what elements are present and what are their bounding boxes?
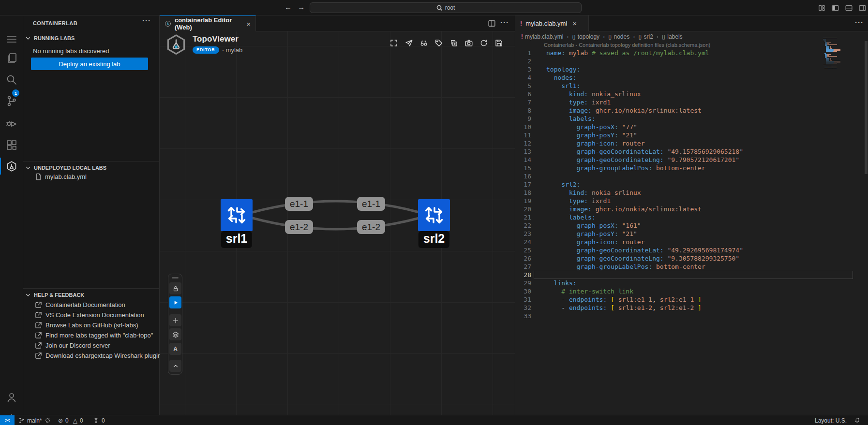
screenshot-camera-icon[interactable] xyxy=(464,38,474,48)
sidebar-more-actions[interactable]: ··· xyxy=(142,16,151,25)
code-line[interactable]: 3topology: xyxy=(515,65,862,73)
code-line[interactable]: 1name: mylab # saved as /root/mylab.clab… xyxy=(515,49,862,57)
save-icon[interactable] xyxy=(494,38,504,48)
tab-mylab-yml[interactable]: ! mylab.clab.yml × xyxy=(515,15,589,31)
close-icon[interactable]: × xyxy=(246,20,251,28)
tab-containerlab-editor[interactable]: containerlab Editor (Web) × xyxy=(160,15,256,31)
code-line[interactable]: 21 labels: xyxy=(515,213,862,221)
drag-handle[interactable] xyxy=(172,277,179,278)
toggle-primary-sidebar-icon[interactable] xyxy=(831,4,839,12)
code-line[interactable]: 30 # inter-switch link xyxy=(515,287,862,295)
source-control-icon[interactable] xyxy=(6,95,17,107)
code-line[interactable]: 7 type: ixrd1 xyxy=(515,98,862,106)
code-line[interactable]: 16 xyxy=(515,172,862,180)
link-endpoint-label[interactable]: e1-1 xyxy=(285,197,313,211)
lock-icon[interactable] xyxy=(169,282,181,294)
clone-add-icon[interactable] xyxy=(449,38,459,48)
command-center-search[interactable]: root xyxy=(310,2,582,13)
fit-view-icon[interactable] xyxy=(389,38,399,48)
link-endpoint-label[interactable]: e1-2 xyxy=(285,220,313,234)
topology-node-srl2[interactable] xyxy=(418,199,450,231)
topology-node-srl1[interactable] xyxy=(221,199,253,231)
code-line[interactable]: 31 - endpoints: [ srl1:e1-1, srl2:e1-1 ] xyxy=(515,295,862,304)
code-line[interactable]: 28 xyxy=(515,271,862,279)
code-line[interactable]: 29 links: xyxy=(515,279,862,287)
help-link[interactable]: Join our Discord server xyxy=(23,340,160,351)
code-line[interactable]: 15 graph-groupLabelPos: bottom-center xyxy=(515,164,862,172)
help-link[interactable]: Find more labs tagged with "clab-topo" xyxy=(23,330,160,340)
code-line[interactable]: 18 kind: nokia_srlinux xyxy=(515,189,862,197)
ports-status[interactable]: 0 xyxy=(93,415,105,425)
split-editor-icon[interactable] xyxy=(488,19,496,28)
toggle-secondary-sidebar-icon[interactable] xyxy=(858,4,867,12)
code-line[interactable]: 9 labels: xyxy=(515,115,862,123)
link-endpoint-label[interactable]: e1-2 xyxy=(357,220,385,234)
text-label-icon[interactable]: A xyxy=(169,343,181,355)
code-line[interactable]: 14 graph-geoCoordinateLng: "9.7905721206… xyxy=(515,156,862,164)
code-line[interactable]: 19 type: ixrd1 xyxy=(515,197,862,205)
editor-more-actions[interactable]: ··· xyxy=(500,18,509,27)
code-line[interactable]: 12 graph-icon: router xyxy=(515,139,862,147)
explorer-icon[interactable] xyxy=(6,52,17,64)
code-line[interactable]: 24 graph-icon: router xyxy=(515,238,862,246)
code-line[interactable]: 6 kind: nokia_srlinux xyxy=(515,90,862,98)
code-line[interactable]: 23 graph-posY: "21" xyxy=(515,230,862,238)
navigate-icon[interactable] xyxy=(404,38,414,48)
undeployed-lab-item[interactable]: mylab.clab.yml xyxy=(23,171,160,182)
remote-indicator[interactable]: >< xyxy=(0,415,15,425)
breadcrumb-item[interactable]: {}labels xyxy=(662,33,683,40)
toggle-panel-icon[interactable] xyxy=(845,4,853,12)
code-line[interactable]: 27 graph-groupLabelPos: bottom-center xyxy=(515,263,862,271)
accounts-icon[interactable] xyxy=(6,392,17,403)
branch-status[interactable]: main* xyxy=(18,415,51,425)
deploy-lab-button[interactable]: Deploy an existing lab xyxy=(31,58,148,70)
help-link[interactable]: Browse Labs on GitHub (srl-labs) xyxy=(23,320,160,330)
breadcrumb-item[interactable]: !mylab.clab.yml xyxy=(521,33,563,40)
menu-icon[interactable] xyxy=(6,33,17,45)
code-line[interactable]: 8 image: ghcr.io/nokia/srlinux:latest xyxy=(515,106,862,115)
code-line[interactable]: 2 xyxy=(515,57,862,65)
layers-icon[interactable] xyxy=(169,328,181,340)
containerlab-view-icon[interactable] xyxy=(6,161,17,172)
code-line[interactable]: 11 graph-posY: "21" xyxy=(515,131,862,139)
search-view-icon[interactable] xyxy=(6,74,17,86)
help-link[interactable]: VS Code Extension Documentation xyxy=(23,310,160,320)
collapse-chevron-icon[interactable] xyxy=(169,360,181,372)
back-icon[interactable]: ← xyxy=(284,3,292,11)
minimap[interactable] xyxy=(823,38,853,69)
help-link[interactable]: Download cshargextcap Wireshark plugin xyxy=(23,351,160,361)
customize-layout-icon[interactable] xyxy=(818,4,826,12)
close-icon[interactable]: × xyxy=(572,19,577,28)
notifications-bell[interactable] xyxy=(854,415,860,425)
code-line[interactable]: 20 image: ghcr.io/nokia/srlinux:latest xyxy=(515,205,862,213)
code-line[interactable]: 25 graph-geoCoordinateLat: "49.292695698… xyxy=(515,246,862,254)
link-endpoint-label[interactable]: e1-1 xyxy=(357,197,385,211)
editor-more-actions[interactable]: ··· xyxy=(855,18,864,27)
code-line[interactable]: 4 nodes: xyxy=(515,73,862,82)
run-play-icon[interactable] xyxy=(169,296,181,308)
help-link[interactable]: Containerlab Documentation xyxy=(23,300,160,310)
scrollbar[interactable] xyxy=(865,41,868,174)
code-line[interactable]: 13 graph-geoCoordinateLat: "49.157856929… xyxy=(515,147,862,156)
code-line[interactable]: 32 - endpoints: [ srl1:e1-2, srl2:e1-2 ] xyxy=(515,304,862,312)
code-line[interactable]: 10 graph-posX: "77" xyxy=(515,123,862,131)
code-line[interactable]: 5 srl1: xyxy=(515,82,862,90)
problems-status[interactable]: ⊘ 0 △ 0 xyxy=(58,415,83,425)
code-line[interactable]: 33 xyxy=(515,312,862,320)
code-line[interactable]: 17 srl2: xyxy=(515,180,862,189)
keyboard-layout-status[interactable]: Layout: U.S. xyxy=(815,415,847,425)
code-line[interactable]: 26 graph-geoCoordinateLng: "9.3057882993… xyxy=(515,254,862,263)
help-feedback-header[interactable]: HELP & FEEDBACK xyxy=(23,290,160,300)
running-labs-header[interactable]: RUNNING LABS xyxy=(23,33,160,44)
forward-icon[interactable]: → xyxy=(298,3,305,11)
extensions-icon[interactable] xyxy=(6,139,17,151)
code-line[interactable]: 22 graph-posX: "161" xyxy=(515,221,862,230)
breadcrumb-item[interactable]: {}topology xyxy=(572,33,599,40)
find-node-icon[interactable] xyxy=(419,38,429,48)
add-node-icon[interactable] xyxy=(169,314,181,326)
breadcrumb-item[interactable]: {}nodes xyxy=(608,33,629,40)
breadcrumb-item[interactable]: {}srl2 xyxy=(638,33,653,40)
reload-icon[interactable] xyxy=(479,38,489,48)
labels-tag-icon[interactable] xyxy=(434,38,444,48)
run-and-debug-icon[interactable] xyxy=(6,117,17,129)
